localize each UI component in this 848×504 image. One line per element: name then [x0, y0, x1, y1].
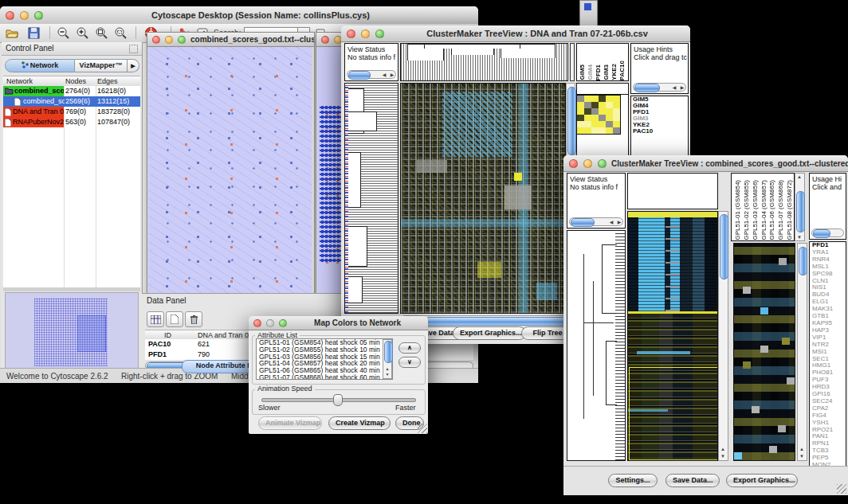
tv1-heatmap[interactable]: [400, 83, 566, 314]
heatmap-selection-rect[interactable]: [629, 367, 718, 460]
treeview2-title-bar[interactable]: ClusterMaker TreeView : combined_scores_…: [563, 155, 848, 172]
treeview1-title-bar[interactable]: ClusterMaker TreeView : DNA and Tran 07-…: [341, 25, 690, 42]
zoom-selected-icon[interactable]: [113, 26, 128, 40]
table-row[interactable]: RNAPuberNov2+ 563(0) 107847(0): [3, 117, 140, 127]
tv2-zoom-heatmap[interactable]: [733, 243, 795, 461]
scrollbar-thumb[interactable]: [813, 229, 830, 238]
tv2-settings-button[interactable]: Settings...: [608, 474, 658, 487]
scrollbar-thumb[interactable]: [799, 247, 807, 275]
tv2-zoom-vscrollbar[interactable]: ▲ ▼: [797, 243, 807, 461]
scrollbar-thumb[interactable]: [571, 218, 595, 227]
zoom-button[interactable]: [279, 319, 287, 327]
animation-slider-thumb[interactable]: [333, 394, 343, 406]
table-row[interactable]: combined_scores_ 2764(0) 16218(0): [3, 86, 140, 96]
tv2-collabel-scrollbar[interactable]: ▲ ▼: [795, 173, 805, 241]
zoom-button[interactable]: [375, 29, 384, 38]
minimize-button[interactable]: [361, 29, 370, 38]
open-file-icon[interactable]: [5, 26, 20, 40]
tv1-zoom-heatmap[interactable]: [576, 95, 621, 135]
dialog-resize-grip[interactable]: [418, 424, 427, 433]
scrollbar-thumb[interactable]: [720, 214, 728, 279]
scrollbar-thumb[interactable]: [634, 84, 660, 92]
table-row[interactable]: DNA and Tran 07 769(0) 183728(0): [3, 107, 140, 117]
close-button[interactable]: [6, 11, 14, 20]
scroll-left-arrow[interactable]: ◀: [380, 72, 388, 77]
scroll-left-arrow[interactable]: ◀: [607, 220, 615, 225]
float-panel-icon[interactable]: [129, 45, 138, 53]
zoom-fit-icon[interactable]: [94, 26, 109, 40]
close-button[interactable]: [253, 319, 261, 327]
tv1-col-scroll-strip[interactable]: [570, 43, 575, 81]
table-row-selected[interactable]: combined_sco 2569(6) 13112(15): [3, 96, 140, 107]
minimize-button[interactable]: [165, 36, 173, 44]
tab-vizmapper[interactable]: VizMapper™: [75, 59, 128, 72]
minimize-button[interactable]: [20, 11, 29, 20]
zoom-in-icon[interactable]: [75, 26, 90, 40]
scroll-down-arrow[interactable]: ▼: [798, 454, 806, 459]
zoom-button[interactable]: [34, 11, 43, 20]
scroll-down-arrow[interactable]: ▼: [383, 372, 391, 377]
new-attribute-icon[interactable]: [166, 311, 183, 327]
delete-attribute-icon[interactable]: [185, 311, 202, 327]
network-view-title-bar[interactable]: combined_scores_good.txt--cluste...: [147, 33, 314, 47]
tv2-heatmap-vscrollbar[interactable]: ▲ ▼: [718, 211, 728, 461]
scroll-down-arrow[interactable]: ▼: [719, 454, 727, 459]
create-vizmap-button[interactable]: Create Vizmap: [328, 416, 391, 430]
network-canvas[interactable]: [148, 47, 312, 293]
tv2-gene-list-panel[interactable]: PFD1YRA1RNR4MSL1SPC98CLN1NIS1BUD4ELG1MAK…: [809, 241, 846, 472]
scroll-up-arrow[interactable]: ▲: [383, 366, 391, 371]
scroll-right-arrow[interactable]: ▶: [388, 72, 396, 77]
data-row-id[interactable]: PAC10: [148, 339, 193, 350]
scrollbar-thumb[interactable]: [348, 71, 371, 80]
save-icon[interactable]: [26, 26, 41, 40]
tv1-row-dendrogram[interactable]: [344, 83, 398, 314]
scroll-up-arrow[interactable]: ▲: [795, 174, 803, 179]
panel-splitter[interactable]: [3, 287, 140, 291]
scroll-down-arrow[interactable]: ▼: [795, 235, 803, 240]
overview-viewport-rect[interactable]: [77, 315, 106, 352]
tv1-column-labels-panel[interactable]: GIM5GIM4PFD1GIM3YKE2PAC10: [576, 43, 629, 81]
attribute-select-icon[interactable]: [147, 311, 164, 327]
tv1-export-graphics-button[interactable]: Export Graphics...: [453, 326, 526, 340]
minimize-button[interactable]: [583, 159, 592, 168]
scroll-right-arrow[interactable]: ▶: [615, 220, 623, 225]
tv1-column-dendrogram[interactable]: [400, 43, 568, 81]
tv2-column-labels-panel[interactable]: GPL51-01 (GSM854)GPL51-02 (GSM855)GPL51-…: [731, 173, 795, 241]
attribute-move-down-button[interactable]: ∨: [398, 357, 421, 368]
tv2-status-scrollbar[interactable]: ◀ ▶: [569, 217, 623, 226]
tab-overflow-button[interactable]: ▶: [128, 59, 139, 72]
close-button[interactable]: [569, 159, 578, 168]
tv2-row-dendrogram[interactable]: [567, 230, 626, 461]
close-button[interactable]: [347, 29, 355, 38]
close-button[interactable]: [152, 36, 160, 44]
zoom-button[interactable]: [598, 159, 607, 168]
tv2-hints-scrollbar[interactable]: [811, 229, 844, 237]
tv1-status-scrollbar[interactable]: ◀ ▶: [347, 70, 396, 79]
network-overview-panel[interactable]: [5, 292, 139, 372]
tv2-save-data-button[interactable]: Save Data...: [665, 474, 720, 487]
scroll-left-arrow[interactable]: ◀: [670, 85, 678, 90]
tv2-heatmap[interactable]: [627, 211, 718, 461]
data-row-id[interactable]: PFD1: [148, 350, 193, 360]
scrollbar-thumb[interactable]: [567, 87, 576, 155]
scroll-up-arrow[interactable]: ▲: [798, 447, 806, 451]
attribute-move-up-button[interactable]: ∧: [398, 342, 421, 354]
window-resize-grip[interactable]: [837, 484, 846, 494]
dialog-title-bar[interactable]: Map Colors to Network: [249, 316, 428, 330]
zoom-button[interactable]: [178, 36, 186, 44]
tab-network[interactable]: Network: [5, 59, 75, 72]
attribute-list-scrollbar[interactable]: ▲ ▼: [383, 339, 392, 379]
animate-vizmap-button[interactable]: Animate Vizmap: [258, 416, 322, 430]
scrollbar-thumb[interactable]: [425, 317, 567, 326]
scroll-right-arrow[interactable]: ▶: [678, 85, 686, 90]
main-title-bar[interactable]: Cytoscape Desktop (Session Name: collins…: [0, 6, 478, 25]
close-button[interactable]: [321, 36, 329, 44]
tv2-export-graphics-button[interactable]: Export Graphics...: [726, 474, 798, 487]
tv1-hints-scrollbar[interactable]: ◀ ▶: [633, 83, 686, 92]
attribute-list[interactable]: GPL51-01 (GSM854) heat shock 05 minGPL51…: [256, 338, 393, 380]
scroll-up-arrow[interactable]: ▲: [719, 447, 727, 451]
scrollbar-thumb[interactable]: [796, 191, 805, 232]
zoom-out-icon[interactable]: [56, 26, 71, 40]
scrollbar-thumb[interactable]: [384, 341, 393, 363]
attribute-item[interactable]: GPL51-07 (GSM868) heat shock 60 min: [257, 374, 392, 380]
